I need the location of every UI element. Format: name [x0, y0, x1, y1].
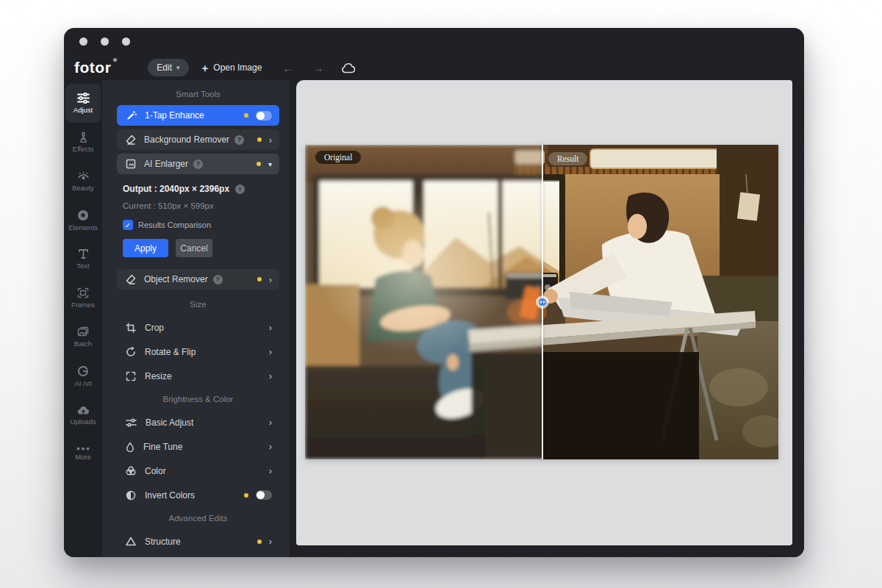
cloud-upload-icon: [77, 405, 90, 415]
chevron-right-icon: ›: [269, 536, 272, 547]
sidebar-item-uploads[interactable]: Uploads: [64, 395, 102, 434]
sidebar-item-frames[interactable]: Frames: [64, 279, 102, 318]
apply-button[interactable]: Apply: [123, 239, 168, 257]
tool-label: Basic Adjust: [146, 417, 193, 428]
chevron-right-icon: ›: [269, 417, 272, 428]
window-close-button[interactable]: [79, 37, 87, 46]
original-label: Original: [315, 151, 361, 164]
sidebar-item-elements[interactable]: Elements: [64, 201, 102, 240]
premium-dot-indicator: [257, 277, 262, 282]
sidebar-item-adjust[interactable]: Adjust: [65, 84, 101, 123]
resize-icon: [126, 371, 136, 381]
edit-menu-button[interactable]: Edit ▾: [148, 59, 188, 76]
undo-back-button[interactable]: ←: [282, 62, 293, 74]
tool-row-fine-tune[interactable]: Fine Tune ›: [117, 434, 279, 459]
tool-row-basic-adjust[interactable]: Basic Adjust ›: [117, 410, 279, 434]
open-image-button[interactable]: + Open Image: [202, 62, 262, 74]
tool-row-rotate-flip[interactable]: Rotate & Flip ›: [117, 340, 279, 364]
photo-comparison-view: Original Result: [305, 145, 778, 459]
edit-menu-label: Edit: [157, 62, 172, 73]
ai-enlarger-detail: Output : 2040px × 2396px i Current : 510…: [117, 178, 279, 269]
results-comparison-checkbox[interactable]: ✓: [123, 220, 133, 230]
invert-colors-icon: [126, 490, 136, 501]
chevron-right-icon: ›: [269, 135, 272, 146]
cancel-button[interactable]: Cancel: [176, 239, 212, 257]
tool-row-invert-colors[interactable]: Invert Colors: [117, 483, 279, 507]
batch-images-icon: [77, 326, 89, 337]
object-remover-icon: [126, 274, 136, 284]
more-dots-icon: [76, 447, 90, 451]
tool-row-object-remover[interactable]: Object Remover ? ›: [117, 269, 279, 290]
tools-panel: Smart Tools 1-Tap Enhance Background Rem…: [102, 80, 290, 557]
chevron-right-icon: ›: [269, 370, 272, 381]
tool-label: AI Enlarger: [144, 159, 188, 169]
premium-dot-indicator: [244, 113, 248, 118]
tool-row-color[interactable]: Color ›: [117, 459, 279, 483]
sidebar-item-label: Beauty: [72, 184, 94, 192]
output-size-line: Output : 2040px × 2396px i: [123, 184, 279, 194]
text-icon: [78, 248, 89, 259]
tool-row-ai-enlarger[interactable]: AI Enlarger ? ▾: [117, 154, 279, 174]
sidebar-item-label: Effects: [73, 145, 94, 153]
tool-label: Crop: [145, 323, 164, 333]
sidebar-item-beauty[interactable]: Beauty: [64, 162, 102, 201]
editor-canvas: Original Result: [296, 80, 792, 545]
section-header-brightness-color: Brightness & Color: [117, 388, 279, 410]
premium-dot-indicator: [257, 137, 262, 142]
tool-row-background-remover[interactable]: Background Remover ? ›: [117, 129, 279, 150]
tool-row-crop[interactable]: Crop ›: [117, 315, 279, 340]
info-icon[interactable]: i: [235, 184, 245, 194]
tool-label: Rotate & Flip: [145, 347, 196, 357]
premium-dot-indicator: [257, 539, 262, 544]
help-icon[interactable]: ?: [193, 159, 203, 169]
premium-dot-indicator: [257, 162, 261, 166]
toolbar: fotor Edit ▾ + Open Image ← →: [64, 55, 804, 80]
sidebar-item-label: More: [75, 453, 91, 461]
help-icon[interactable]: ?: [234, 135, 244, 145]
tool-row-one-tap-enhance[interactable]: 1-Tap Enhance: [117, 105, 279, 126]
sidebar-item-label: Elements: [68, 223, 98, 232]
sidebar-item-label: Uploads: [71, 417, 96, 426]
sidebar-item-batch[interactable]: Batch: [64, 318, 102, 356]
color-circles-icon: [126, 466, 136, 476]
tool-label: Fine Tune: [143, 442, 182, 452]
chevron-right-icon: ›: [269, 346, 272, 357]
window-minimize-button[interactable]: [101, 37, 109, 46]
adjust-sliders-icon: [77, 93, 90, 104]
tool-label: Background Remover: [144, 135, 229, 145]
tool-label: Invert Colors: [145, 490, 195, 501]
droplet-icon: [126, 442, 135, 452]
sidebar-item-effects[interactable]: Effects: [64, 123, 102, 162]
invert-colors-toggle[interactable]: [256, 490, 272, 500]
crop-icon: [126, 323, 136, 333]
cloud-icon: [341, 62, 356, 74]
help-icon[interactable]: ?: [213, 275, 223, 284]
app-window: fotor Edit ▾ + Open Image ← → Adjust Eff…: [64, 28, 804, 557]
chevron-right-icon: ›: [269, 465, 272, 476]
sidebar-item-label: Adjust: [74, 106, 93, 114]
redo-forward-button[interactable]: →: [312, 62, 323, 74]
one-tap-enhance-toggle[interactable]: [256, 111, 272, 121]
sidebar-rail: Adjust Effects Beauty Elements Text Fram…: [64, 80, 102, 557]
sidebar-item-label: Text: [76, 262, 89, 270]
basic-adjust-icon: [126, 418, 137, 427]
sidebar-item-ai-art[interactable]: AI Art: [64, 356, 102, 395]
ai-enlarger-icon: [126, 159, 136, 169]
tool-row-structure[interactable]: Structure ›: [117, 529, 279, 553]
tool-label: 1-Tap Enhance: [145, 110, 204, 121]
tool-row-resize[interactable]: Resize ›: [117, 364, 279, 388]
sidebar-item-more[interactable]: More: [64, 434, 102, 473]
cloud-save-button[interactable]: [341, 62, 356, 74]
star-circle-icon: [77, 209, 89, 221]
fotor-logo[interactable]: fotor: [74, 59, 117, 76]
sidebar-item-text[interactable]: Text: [64, 240, 102, 279]
chevron-right-icon: ›: [269, 274, 272, 285]
plus-icon: +: [202, 62, 209, 74]
tool-label: Color: [145, 466, 166, 476]
chevron-right-icon: ›: [269, 322, 272, 333]
results-comparison-option[interactable]: ✓ Results Comparison: [123, 220, 279, 230]
comparison-slider-handle[interactable]: [536, 295, 549, 309]
tool-label: Object Remover: [144, 274, 208, 284]
ai-art-icon: [77, 365, 89, 377]
window-zoom-button[interactable]: [122, 37, 130, 46]
